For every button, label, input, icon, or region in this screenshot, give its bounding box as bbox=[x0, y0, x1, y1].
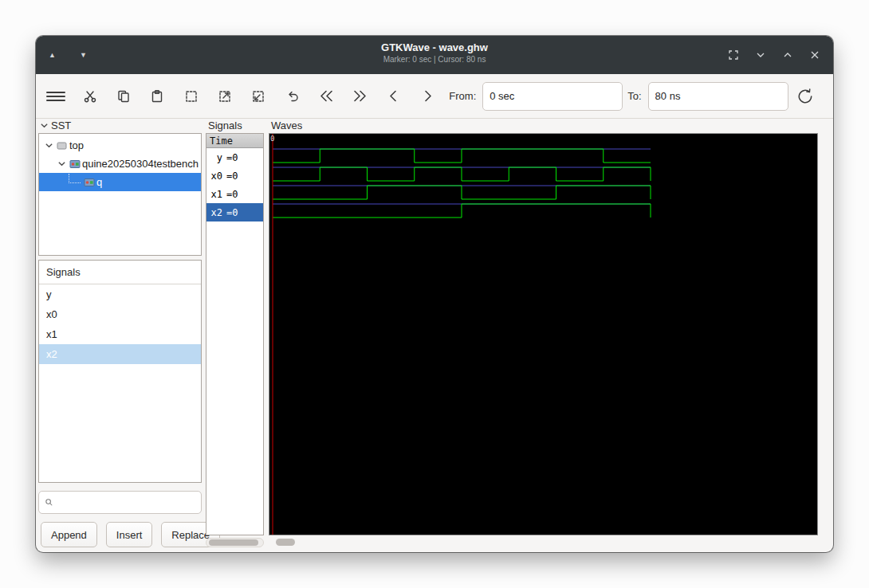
titlebar[interactable]: ▲ ▼ GTKWave - wave.ghw Marker: 0 sec | C… bbox=[36, 36, 833, 74]
step-back-icon[interactable] bbox=[377, 80, 411, 113]
signal-value: =0 bbox=[226, 189, 238, 200]
tree-item-label: q bbox=[96, 176, 102, 188]
signal-name: x2 bbox=[206, 207, 222, 218]
signal-list-header: Signals bbox=[39, 261, 201, 284]
waves-panel-label: Waves bbox=[271, 120, 302, 131]
signals-panel-label: Signals bbox=[208, 120, 242, 131]
tree-item-label: top bbox=[69, 139, 84, 151]
titlebar-right-controls bbox=[726, 36, 822, 74]
signal-name: x0 bbox=[206, 171, 222, 182]
toolbar: From: To: bbox=[36, 74, 833, 119]
titlebar-text: GTKWave - wave.ghw Marker: 0 sec | Curso… bbox=[36, 41, 833, 64]
reload-icon[interactable] bbox=[788, 80, 822, 113]
scrollbar-thumb[interactable] bbox=[276, 539, 295, 546]
wave-row-x1[interactable]: x1 =0 bbox=[206, 185, 263, 203]
chevron-up-icon[interactable] bbox=[781, 48, 795, 62]
sst-tree-panel: top quine20250304testbench q bbox=[38, 133, 202, 256]
from-label: From: bbox=[449, 90, 476, 102]
svg-text:0: 0 bbox=[270, 135, 274, 143]
copy-icon[interactable] bbox=[107, 80, 140, 113]
list-item-y[interactable]: y bbox=[39, 284, 201, 304]
from-input[interactable] bbox=[482, 82, 623, 111]
sst-label: SST bbox=[51, 120, 71, 131]
paste-icon[interactable] bbox=[140, 80, 174, 113]
tree-item-q[interactable]: q bbox=[39, 173, 201, 191]
time-header[interactable]: Time bbox=[206, 134, 263, 148]
window-title: GTKWave - wave.ghw bbox=[36, 41, 833, 53]
search-input[interactable] bbox=[57, 491, 201, 514]
scrollbar-thumb[interactable] bbox=[209, 539, 258, 546]
component-icon bbox=[82, 178, 96, 187]
time-label: Time bbox=[210, 135, 233, 147]
fullscreen-icon[interactable] bbox=[726, 48, 741, 62]
close-icon[interactable] bbox=[808, 48, 822, 62]
list-item-label: x2 bbox=[46, 348, 57, 360]
titlebar-left-controls: ▲ ▼ bbox=[45, 36, 90, 74]
signal-list-panel: Signals y x0 x1 x2 bbox=[38, 260, 202, 483]
window-subtitle: Marker: 0 sec | Cursor: 80 ns bbox=[36, 55, 833, 64]
expander-icon[interactable] bbox=[56, 159, 68, 168]
undo-icon[interactable] bbox=[276, 80, 309, 113]
wave-signal-names-panel: Time y =0 x0 =0 x1 =0 x2 =0 bbox=[206, 133, 264, 535]
zoom-in-icon[interactable] bbox=[208, 80, 242, 113]
collapse-chevron-icon bbox=[40, 121, 49, 130]
wave-row-x2[interactable]: x2 =0 bbox=[206, 203, 263, 221]
list-item-x0[interactable]: x0 bbox=[39, 304, 201, 324]
tree-item-top[interactable]: top bbox=[39, 136, 201, 155]
signal-name: y bbox=[206, 152, 222, 163]
tree-item-testbench[interactable]: quine20250304testbench bbox=[39, 155, 201, 173]
list-item-x2[interactable]: x2 bbox=[39, 344, 201, 364]
append-button[interactable]: Append bbox=[41, 522, 97, 547]
wave-panel: 0 bbox=[269, 133, 818, 535]
go-to-start-icon[interactable] bbox=[309, 80, 343, 113]
signal-search bbox=[38, 491, 202, 514]
waves-frame-label: Waves bbox=[271, 120, 302, 131]
signal-value: =0 bbox=[226, 152, 238, 163]
signal-names-hscrollbar[interactable] bbox=[206, 538, 264, 547]
up-arrow-button[interactable]: ▲ bbox=[45, 48, 59, 62]
signal-value: =0 bbox=[226, 171, 238, 182]
tree-item-label: quine20250304testbench bbox=[82, 158, 199, 170]
menu-icon[interactable] bbox=[39, 80, 73, 113]
action-buttons: Append Insert Replace bbox=[41, 522, 220, 547]
scope-icon bbox=[55, 141, 69, 151]
list-item-x1[interactable]: x1 bbox=[39, 324, 201, 344]
component-icon bbox=[68, 159, 82, 169]
list-item-label: y bbox=[46, 288, 52, 300]
list-item-label: x0 bbox=[46, 308, 57, 320]
zoom-fit-icon[interactable] bbox=[174, 80, 207, 113]
insert-button[interactable]: Insert bbox=[106, 522, 153, 547]
to-label: To: bbox=[627, 90, 641, 102]
list-item-label: x1 bbox=[46, 328, 57, 340]
wave-row-x0[interactable]: x0 =0 bbox=[206, 167, 263, 185]
wave-hscrollbar[interactable] bbox=[269, 538, 818, 547]
sst-frame-label[interactable]: SST bbox=[40, 120, 71, 131]
down-arrow-button[interactable]: ▼ bbox=[77, 48, 90, 62]
wave-row-y[interactable]: y =0 bbox=[206, 148, 263, 167]
signals-frame-label: Signals bbox=[208, 120, 242, 131]
search-icon bbox=[45, 496, 53, 508]
tree-connector bbox=[69, 174, 81, 183]
signal-value: =0 bbox=[226, 207, 238, 218]
signal-name: x1 bbox=[206, 189, 222, 200]
gtkwave-window: ▲ ▼ GTKWave - wave.ghw Marker: 0 sec | C… bbox=[36, 36, 833, 552]
step-forward-icon[interactable] bbox=[411, 80, 444, 113]
expander-icon[interactable] bbox=[43, 141, 55, 150]
go-to-end-icon[interactable] bbox=[343, 80, 376, 113]
cut-icon[interactable] bbox=[73, 80, 106, 113]
to-input[interactable] bbox=[648, 82, 788, 111]
wave-canvas[interactable]: 0 bbox=[269, 134, 817, 535]
zoom-out-icon[interactable] bbox=[242, 80, 275, 113]
chevron-down-icon[interactable] bbox=[753, 48, 768, 62]
